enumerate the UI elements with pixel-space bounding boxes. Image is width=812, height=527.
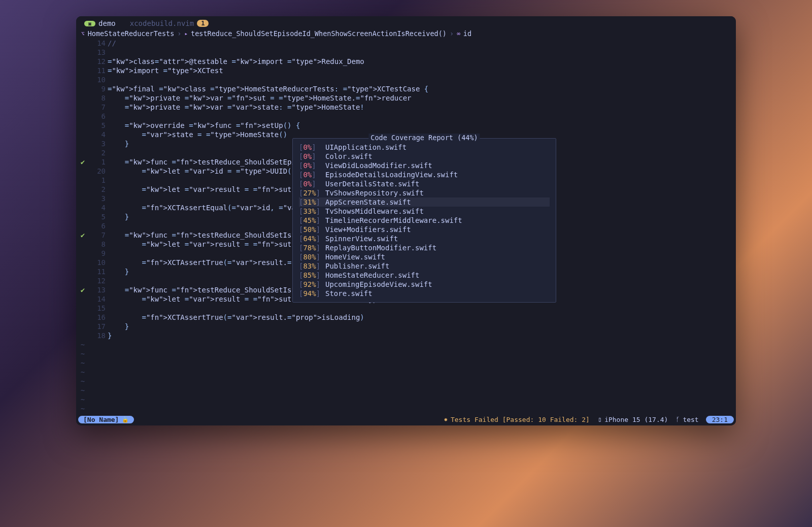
breadcrumb-sep-2: › (450, 29, 454, 38)
sign-column: ✔✔✔~~~~~~~~ (78, 39, 87, 413)
coverage-row[interactable]: [78%]ReplayButtonModifier.swift (299, 243, 550, 252)
coverage-list[interactable]: [0%]UIApplication.swift[0%]Color.swift[0… (293, 139, 556, 302)
test-icon: ✸ (444, 416, 448, 423)
coverage-row[interactable]: [92%]UpcomingEpisodeView.swift (299, 280, 550, 289)
status-position: 23:1 (706, 416, 734, 423)
status-bar: [No Name] 🔒 ✸ Tests Failed [Passed: 10 F… (76, 413, 736, 425)
tab-badge: 1 (197, 20, 209, 27)
branch-icon: ᚶ (676, 416, 680, 423)
tab-mode-pill: ▣ (84, 21, 95, 26)
tab-active[interactable]: ▣ demo (79, 18, 121, 28)
coverage-row[interactable]: [83%]Publisher.swift (299, 261, 550, 271)
editor[interactable]: ✔✔✔~~~~~~~~ 1413121110987654321201234567… (76, 39, 736, 413)
tab-active-label: demo (98, 19, 116, 27)
tab-pill-icon: ▣ (88, 21, 91, 26)
status-device: ▯ iPhone 15 (17.4) (598, 416, 668, 423)
code-coverage-popup[interactable]: Code Coverage Report (44%) [0%]UIApplica… (292, 138, 556, 303)
coverage-row[interactable]: [31%]AppScreenState.swift (299, 197, 550, 207)
breadcrumb-part-3[interactable]: id (463, 29, 471, 38)
tab-secondary[interactable]: xcodebuild.nvim 1 (125, 18, 214, 28)
breadcrumb: ⌥ HomeStateReducerTests › ▸ testReduce_S… (76, 28, 736, 39)
lock-icon: 🔒 (122, 416, 129, 423)
status-tests: ✸ Tests Failed [Passed: 10 Failed: 2] (444, 416, 590, 423)
coverage-row[interactable]: [0%]EpisodeDetailsLoadingView.swift (299, 170, 550, 179)
coverage-title: Code Coverage Report (44%) (368, 134, 480, 142)
coverage-row[interactable]: [45%]TimelineRecorderMiddleware.swift (299, 216, 550, 225)
breadcrumb-sep-1: › (177, 29, 181, 38)
tab-bar: ▣ demo xcodebuild.nvim 1 (76, 16, 736, 28)
coverage-row[interactable]: [0%]UserDetailsState.swift (299, 179, 550, 188)
coverage-row[interactable]: [80%]HomeView.swift (299, 252, 550, 261)
coverage-row[interactable]: [50%]View+Modifiers.swift (299, 225, 550, 234)
breadcrumb-icon: ⌥ (81, 30, 85, 37)
terminal-window: ▣ demo xcodebuild.nvim 1 ⌥ HomeStateRedu… (76, 16, 736, 425)
status-filename-pill: [No Name] 🔒 (78, 416, 134, 423)
coverage-row[interactable]: [94%]Store.swift (299, 289, 550, 298)
breadcrumb-var-icon: ∞ (457, 30, 460, 37)
status-branch: ᚶ test (676, 416, 698, 423)
status-filename: [No Name] (83, 416, 119, 423)
coverage-row[interactable]: [64%]SpinnerView.swift (299, 234, 550, 243)
breadcrumb-part-1[interactable]: HomeStateReducerTests (88, 29, 175, 38)
breadcrumb-part-2[interactable]: testReduce_ShouldSetEpisodeId_WhenShowSc… (191, 29, 447, 38)
device-icon: ▯ (598, 416, 601, 423)
coverage-row[interactable]: [33%]TvShowsMiddleware.swift (299, 207, 550, 216)
tab-secondary-label: xcodebuild.nvim (130, 19, 194, 27)
coverage-row[interactable]: [0%]ViewDidLoadModifier.swift (299, 161, 550, 170)
coverage-row[interactable]: [27%]TvShowsRepository.swift (299, 188, 550, 197)
coverage-row[interactable]: [0%]UIApplication.swift (299, 143, 550, 152)
coverage-row[interactable]: [85%]HomeStateReducer.swift (299, 271, 550, 280)
coverage-row[interactable]: [0%]Color.swift (299, 152, 550, 161)
line-gutter: 1413121110987654321201234567891011121314… (87, 39, 108, 413)
breadcrumb-method-icon: ▸ (184, 30, 188, 37)
